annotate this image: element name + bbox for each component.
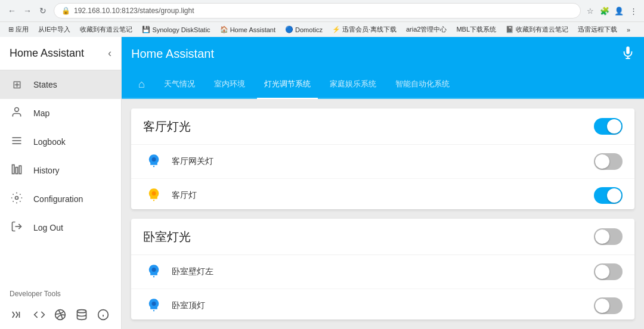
- sidebar-item-states[interactable]: ⊞ States: [0, 70, 121, 99]
- bookmark-xunlei[interactable]: ⚡ 迅雷会员·离线下载: [329, 24, 400, 35]
- bookmark-apps[interactable]: ⊞ 应用: [5, 24, 32, 35]
- secure-icon: 🔒: [61, 7, 70, 15]
- living-room-toggle-knob: [607, 119, 621, 134]
- left-wall-toggle[interactable]: [594, 263, 623, 280]
- svg-point-0: [15, 107, 19, 111]
- light-icon-main: [143, 185, 165, 206]
- light-name-left-wall: 卧室壁灯左: [172, 266, 594, 277]
- light-row-gateway: 客厅网关灯: [131, 145, 634, 179]
- bookmark-more[interactable]: »: [623, 25, 634, 35]
- bookmark-star-icon[interactable]: ☆: [584, 5, 596, 17]
- living-room-card: 客厅灯光 客厅网关灯: [131, 108, 634, 209]
- bedroom-toggle[interactable]: [594, 228, 623, 245]
- browser-icons: ☆ 🧩 👤 ⋮: [584, 5, 639, 17]
- left-wall-toggle-knob: [595, 265, 609, 279]
- dev-tool-template[interactable]: [10, 305, 26, 324]
- bookmark-youdao1[interactable]: 收藏到有道云笔记: [76, 24, 136, 35]
- svg-point-21: [152, 302, 156, 306]
- sidebar-label-logout: Log Out: [33, 223, 63, 232]
- top-bar: Home Assistant: [122, 37, 644, 70]
- refresh-button[interactable]: ↻: [36, 4, 50, 18]
- grid-icon: ⊞: [10, 78, 24, 91]
- forward-button[interactable]: →: [20, 4, 35, 18]
- nav-tabs: ⌂ 天气情况 室内环境 灯光调节系统 家庭娱乐系统 智能自动化系统: [122, 70, 644, 99]
- bookmarks-bar: ⊞ 应用 从IE中导入 收藏到有道云笔记 💾 Synology DiskStat…: [0, 21, 644, 37]
- light-name-gateway: 客厅网关灯: [172, 156, 594, 167]
- dev-tool-info[interactable]: [95, 305, 112, 324]
- svg-point-7: [16, 196, 18, 199]
- browser-toolbar: ← → ↻ 🔒 192.168.10.10:8123/states/group.…: [0, 0, 644, 21]
- dev-tools-icons: [0, 300, 121, 329]
- sidebar-title: Home Assistant: [10, 47, 84, 60]
- sidebar-item-map[interactable]: Map: [0, 99, 121, 128]
- menu-icon[interactable]: ⋮: [627, 5, 639, 17]
- logbook-icon: [10, 135, 24, 150]
- living-room-header: 客厅灯光: [131, 108, 634, 145]
- sidebar-item-logbook[interactable]: Logbook: [0, 128, 121, 156]
- ceiling-toggle-knob: [595, 299, 609, 313]
- dev-tool-database[interactable]: [73, 305, 90, 324]
- cards-area: 客厅灯光 客厅网关灯: [122, 99, 644, 329]
- bookmark-domoticz[interactable]: 🔵 Domoticz: [281, 24, 326, 35]
- history-icon: [10, 163, 24, 178]
- main-content: Home Assistant ⌂ 天气情况 室内环境 灯光调节系统 家庭娱乐系统…: [122, 37, 644, 329]
- light-icon-ceiling: [143, 295, 165, 316]
- app-container: Home Assistant ‹ ⊞ States Map: [0, 37, 644, 329]
- sidebar: Home Assistant ‹ ⊞ States Map: [0, 37, 122, 329]
- light-icon-left-wall: [143, 261, 165, 283]
- living-room-toggle[interactable]: [594, 118, 623, 135]
- light-row-ceiling: 卧室顶灯: [131, 289, 634, 319]
- sidebar-item-history[interactable]: History: [0, 156, 121, 185]
- bookmark-synology[interactable]: 💾 Synology DiskStatic: [138, 24, 213, 35]
- tab-indoor[interactable]: 室内环境: [207, 70, 252, 99]
- bedroom-card: 卧室灯光 卧室壁灯左: [131, 219, 634, 319]
- bookmark-ha[interactable]: 🏠 Home Assistant: [216, 24, 279, 35]
- bookmark-mbl[interactable]: MBL下载系统: [453, 24, 500, 35]
- light-name-main: 客厅灯: [172, 190, 594, 201]
- svg-rect-6: [19, 166, 21, 173]
- ceiling-toggle[interactable]: [594, 297, 623, 314]
- top-bar-title: Home Assistant: [131, 47, 621, 61]
- dev-tool-mqtt[interactable]: [52, 305, 69, 324]
- svg-point-17: [152, 157, 156, 162]
- back-button[interactable]: ←: [5, 4, 19, 18]
- light-row-left-wall: 卧室壁灯左: [131, 255, 634, 289]
- url-text: 192.168.10.10:8123/states/group.light: [74, 7, 194, 15]
- main-light-toggle-knob: [607, 188, 621, 203]
- tab-entertainment[interactable]: 家庭娱乐系统: [323, 70, 383, 99]
- map-icon: [10, 106, 24, 121]
- nav-buttons: ← → ↻: [5, 4, 50, 18]
- address-bar[interactable]: 🔒 192.168.10.10:8123/states/group.light: [54, 3, 581, 18]
- bookmark-aria2[interactable]: aria2管理中心: [402, 24, 450, 35]
- bedroom-header: 卧室灯光: [131, 219, 634, 255]
- main-light-toggle[interactable]: [594, 187, 623, 204]
- tab-home[interactable]: ⌂: [131, 70, 152, 99]
- sidebar-label-states: States: [33, 80, 57, 89]
- logout-icon: [10, 221, 24, 235]
- bedroom-toggle-knob: [595, 229, 609, 244]
- sidebar-close-button[interactable]: ‹: [108, 47, 112, 60]
- microphone-icon[interactable]: [621, 46, 634, 62]
- user-icon[interactable]: 👤: [613, 5, 625, 17]
- svg-rect-4: [13, 164, 14, 173]
- dev-tools-label: Developer Tools: [10, 290, 61, 298]
- gateway-toggle[interactable]: [594, 153, 623, 170]
- svg-rect-5: [16, 167, 17, 173]
- extension-icon[interactable]: 🧩: [599, 5, 611, 17]
- sidebar-item-configuration[interactable]: Configuration: [0, 185, 121, 213]
- tab-lighting[interactable]: 灯光调节系统: [257, 70, 318, 99]
- tab-weather[interactable]: 天气情况: [157, 70, 202, 99]
- tab-automation[interactable]: 智能自动化系统: [388, 70, 457, 99]
- sidebar-header: Home Assistant ‹: [0, 37, 121, 70]
- sidebar-nav: ⊞ States Map: [0, 70, 121, 284]
- svg-point-18: [152, 191, 156, 195]
- light-icon-gateway: [143, 151, 165, 172]
- dev-tool-code[interactable]: [31, 305, 48, 324]
- svg-point-20: [152, 268, 156, 272]
- sidebar-item-logout[interactable]: Log Out: [0, 213, 121, 242]
- bookmark-youdao2[interactable]: 📓 收藏到有道云笔记: [502, 24, 572, 35]
- sidebar-label-logbook: Logbook: [33, 137, 66, 147]
- sidebar-label-history: History: [33, 166, 60, 175]
- bookmark-ie[interactable]: 从IE中导入: [35, 24, 74, 35]
- bookmark-xunlei-remote[interactable]: 迅雷远程下载: [574, 24, 621, 35]
